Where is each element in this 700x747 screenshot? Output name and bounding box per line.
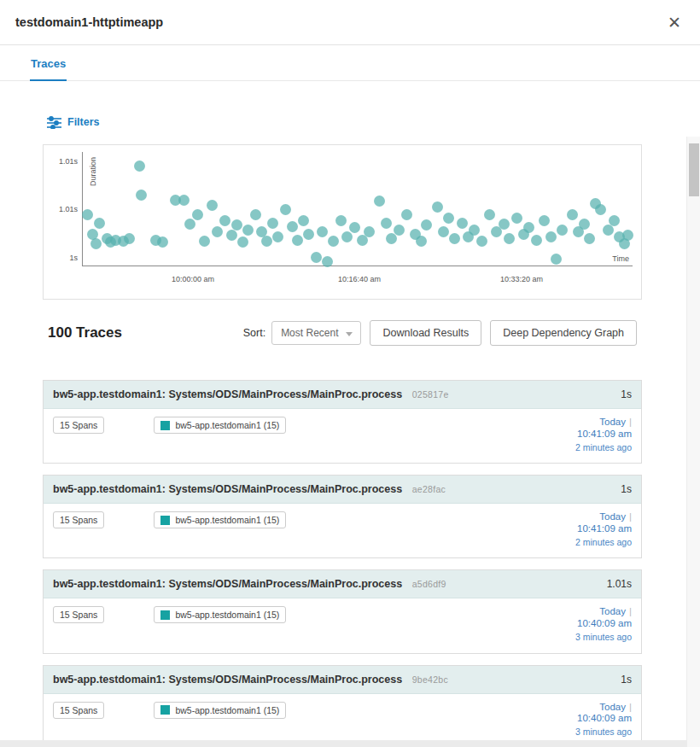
trace-scatter-point[interactable]	[504, 233, 515, 244]
close-icon[interactable]: ✕	[664, 11, 685, 34]
trace-scatter-point[interactable]	[250, 209, 261, 220]
trace-scatter-point[interactable]	[381, 218, 392, 229]
x-tick-3: 10:33:20 am	[487, 275, 556, 283]
trace-scatter-point[interactable]	[476, 236, 487, 247]
trace-scatter-point[interactable]	[219, 215, 230, 226]
deep-dependency-graph-button[interactable]: Deep Dependency Graph	[490, 320, 637, 346]
trace-scatter-point[interactable]	[136, 190, 147, 201]
trace-scatter-point[interactable]	[341, 231, 353, 242]
trace-scatter-point[interactable]	[374, 196, 385, 207]
span-count-chip: 15 Spans	[53, 606, 104, 623]
trace-scatter-point[interactable]	[242, 225, 254, 236]
service-chip: bw5-app.testdomain1 (15)	[154, 606, 286, 623]
trace-scatter-point[interactable]	[557, 225, 568, 236]
trace-scatter-point[interactable]	[292, 235, 303, 246]
trace-scatter-point[interactable]	[90, 238, 102, 249]
y-tick-mid: 1.01s	[45, 205, 78, 213]
trace-scatter-point[interactable]	[523, 222, 534, 233]
trace-scatter-point[interactable]	[94, 218, 105, 229]
service-color-swatch	[160, 516, 170, 525]
trace-scatter-point[interactable]	[416, 236, 427, 247]
trace-scatter-point[interactable]	[449, 233, 460, 244]
download-results-button[interactable]: Download Results	[370, 320, 481, 346]
trace-timestamp: Today| 10:40:09 am 3 minutes ago	[575, 702, 632, 738]
trace-scatter-point[interactable]	[134, 160, 145, 172]
trace-scatter-point[interactable]	[267, 218, 278, 229]
trace-scatter-point[interactable]	[539, 215, 550, 226]
trace-scatter-point[interactable]	[421, 219, 432, 231]
duration-scatter-chart: 1.01s 1.01s 1s Duration Time 10:00:00 am…	[43, 144, 642, 300]
trace-chips: 15 Spans bw5-app.testdomain1 (15)	[53, 417, 286, 452]
trace-scatter-point[interactable]	[261, 236, 272, 247]
page-bottom-strip	[0, 740, 686, 747]
trace-scatter-point[interactable]	[231, 219, 242, 231]
trace-scatter-point[interactable]	[432, 201, 443, 213]
trace-scatter-point[interactable]	[280, 204, 291, 215]
trace-scatter-point[interactable]	[317, 226, 328, 237]
trace-scatter-point[interactable]	[438, 226, 449, 237]
trace-scatter-point[interactable]	[178, 195, 190, 206]
trace-scatter-point[interactable]	[443, 213, 454, 224]
span-count-chip: 15 Spans	[53, 702, 104, 719]
trace-scatter-point[interactable]	[499, 219, 510, 230]
trace-scatter-point[interactable]	[298, 215, 309, 226]
trace-card[interactable]: bw5-app.testdomain1: Systems/ODS/MainPro…	[43, 569, 642, 653]
trace-scatter-point[interactable]	[484, 209, 495, 220]
trace-duration: 1s	[621, 388, 632, 400]
span-count-chip: 15 Spans	[53, 511, 104, 528]
trace-scatter-point[interactable]	[237, 236, 248, 248]
service-chip-label: bw5-app.testdomain1 (15)	[175, 610, 279, 620]
trace-relative-time: 3 minutes ago	[575, 632, 632, 643]
trace-date: Today	[599, 417, 626, 427]
trace-scatter-point[interactable]	[226, 230, 237, 241]
scrollbar-thumb[interactable]	[689, 143, 699, 196]
trace-card[interactable]: bw5-app.testdomain1: Systems/ODS/MainPro…	[43, 665, 642, 747]
trace-scatter-point[interactable]	[199, 236, 210, 247]
trace-scatter-point[interactable]	[579, 219, 590, 230]
trace-scatter-point[interactable]	[272, 231, 283, 242]
trace-scatter-point[interactable]	[511, 213, 522, 224]
trace-scatter-point[interactable]	[82, 209, 93, 220]
trace-scatter-point[interactable]	[364, 226, 375, 237]
trace-scatter-point[interactable]	[328, 236, 339, 247]
tab-traces[interactable]: Traces	[30, 45, 67, 81]
trace-scatter-point[interactable]	[457, 218, 468, 229]
filters-button[interactable]: Filters	[43, 114, 642, 131]
trace-scatter-point[interactable]	[335, 215, 347, 226]
trace-scatter-point[interactable]	[124, 233, 135, 244]
service-chip-label: bw5-app.testdomain1 (15)	[175, 515, 279, 525]
trace-card[interactable]: bw5-app.testdomain1: Systems/ODS/MainPro…	[43, 475, 642, 558]
trace-scatter-point[interactable]	[394, 225, 405, 236]
vertical-scrollbar[interactable]	[686, 137, 700, 747]
trace-scatter-point[interactable]	[349, 222, 360, 233]
trace-scatter-point[interactable]	[303, 229, 314, 240]
trace-scatter-point[interactable]	[609, 215, 620, 226]
sort-select[interactable]: Most Recent	[271, 321, 361, 345]
trace-card-header: bw5-app.testdomain1: Systems/ODS/MainPro…	[44, 381, 641, 409]
trace-scatter-point[interactable]	[401, 209, 412, 220]
y-tick-bottom: 1s	[45, 254, 78, 262]
trace-scatter-point[interactable]	[622, 230, 633, 241]
trace-scatter-point[interactable]	[207, 200, 218, 211]
trace-scatter-point[interactable]	[212, 226, 223, 237]
trace-scatter-point[interactable]	[469, 225, 480, 236]
trace-scatter-point[interactable]	[386, 233, 397, 244]
trace-scatter-point[interactable]	[595, 204, 606, 215]
trace-scatter-point[interactable]	[567, 209, 578, 220]
trace-scatter-point[interactable]	[192, 209, 203, 220]
trace-scatter-point[interactable]	[184, 219, 195, 230]
trace-scatter-point[interactable]	[157, 236, 168, 248]
trace-scatter-point[interactable]	[584, 233, 595, 244]
results-controls: Sort: Most Recent Download Results Deep …	[243, 320, 637, 346]
trace-id: 025817e	[412, 389, 449, 400]
trace-title: bw5-app.testdomain1: Systems/ODS/MainPro…	[53, 388, 449, 400]
trace-scatter-point[interactable]	[287, 221, 298, 232]
trace-card[interactable]: bw5-app.testdomain1: Systems/ODS/MainPro…	[43, 380, 642, 464]
trace-scatter-point[interactable]	[545, 231, 557, 242]
trace-scatter-point[interactable]	[311, 252, 322, 263]
trace-scatter-point[interactable]	[551, 254, 562, 265]
service-chip: bw5-app.testdomain1 (15)	[154, 417, 286, 434]
trace-scatter-point[interactable]	[531, 235, 542, 246]
trace-date: Today	[599, 702, 626, 712]
trace-time: 10:41:09 am	[575, 429, 632, 441]
